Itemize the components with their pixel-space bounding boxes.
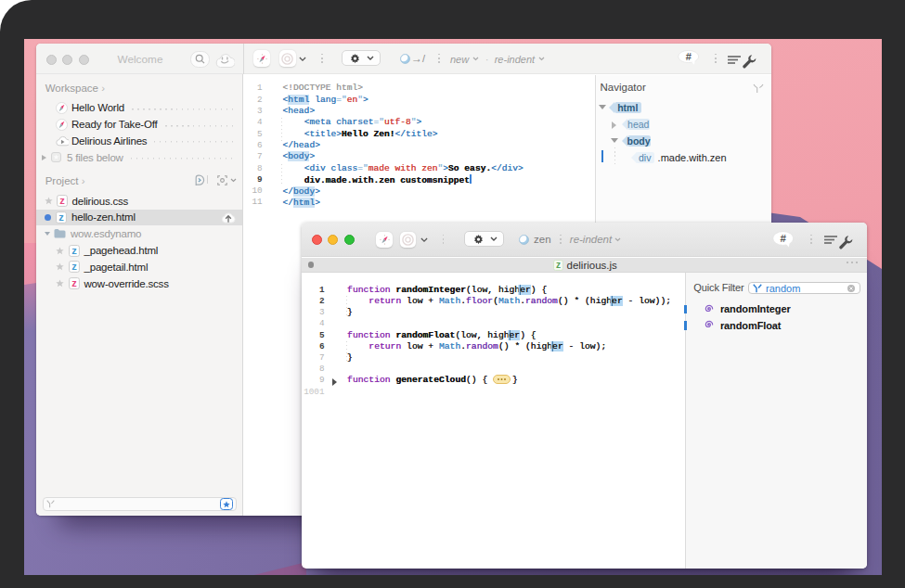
svg-text:z: z	[71, 277, 77, 288]
svg-text:z: z	[59, 195, 65, 206]
svg-text:z: z	[555, 260, 560, 270]
svg-text:z: z	[58, 211, 64, 223]
svg-text:z: z	[71, 245, 77, 256]
svg-text:#: #	[781, 233, 787, 244]
svg-text:z: z	[71, 261, 77, 272]
svg-text:#: #	[685, 51, 691, 62]
